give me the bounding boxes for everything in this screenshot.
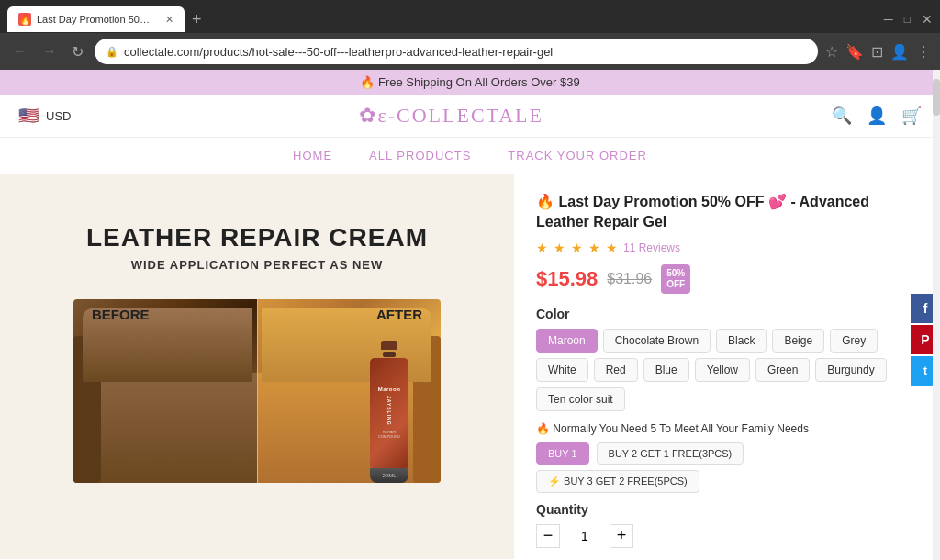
- nav-home[interactable]: HOME: [293, 149, 332, 162]
- bundle-buy1[interactable]: BUY 1: [536, 442, 589, 465]
- color-black[interactable]: Black: [716, 329, 767, 353]
- bundle-options-row1: BUY 1 BUY 2 GET 1 FREE(3PCS): [536, 442, 918, 465]
- quantity-value: 1: [571, 529, 599, 543]
- sofa-image: Maroon JAYSLING REPAIR COMPOUND 20ML: [73, 299, 441, 483]
- logo-text: ✿ε-COLLECTALE: [359, 104, 543, 127]
- price-row: $15.98 $31.96 50% OFF: [536, 264, 918, 294]
- toolbar-icons: ☆ 🔖 ⊡ 👤 ⋮: [825, 43, 931, 61]
- browser-chrome: 🔥 Last Day Promotion 50% Off! ✕ + ─ □ ✕ …: [0, 0, 940, 70]
- product-detail-section: 🔥 Last Day Promotion 50% OFF 💕 - Advance…: [514, 174, 940, 559]
- browser-toolbar: ← → ↻ 🔒 collectale.com/products/hot-sale…: [0, 33, 940, 70]
- color-chocolate-brown[interactable]: Chocolate Brown: [603, 329, 711, 353]
- product-image-title: LEATHER REPAIR CREAM: [73, 223, 441, 252]
- site-nav: HOME ALL PRODUCTS TRACK YOUR ORDER: [0, 138, 940, 174]
- promo-banner: 🔥 Free Shipping On All Orders Over $39: [0, 70, 940, 95]
- tube-brand-text: Maroon: [378, 386, 401, 392]
- star-4: ★: [588, 241, 600, 255]
- star-1: ★: [536, 241, 548, 255]
- before-after-container: BEFORE AFTER: [73, 299, 441, 510]
- color-green[interactable]: Green: [755, 358, 810, 382]
- rating-row: ★ ★ ★ ★ ★ 11 Reviews: [536, 241, 918, 255]
- color-yellow[interactable]: Yellow: [695, 358, 750, 382]
- forward-button[interactable]: →: [39, 39, 61, 63]
- currency-label: USD: [46, 109, 71, 123]
- bundle-options-row2: ⚡ BUY 3 GET 2 FREE(5PCS): [536, 470, 918, 493]
- window-maximize[interactable]: □: [904, 13, 911, 26]
- color-maroon[interactable]: Maroon: [536, 329, 598, 353]
- star-icon[interactable]: ☆: [825, 43, 838, 61]
- window-close[interactable]: ✕: [922, 12, 933, 27]
- bundle-promo-text: 🔥 Normally You Need 5 To Meet All Your F…: [536, 422, 918, 435]
- tab-favicon: 🔥: [18, 13, 31, 26]
- star-5: ★: [606, 241, 618, 255]
- divider: [257, 299, 258, 483]
- menu-icon[interactable]: ⋮: [916, 43, 931, 61]
- cart-icon[interactable]: 🛒: [901, 106, 922, 126]
- extension-icon[interactable]: ⊡: [871, 43, 883, 61]
- currency-selector[interactable]: 🇺🇸 USD: [18, 106, 71, 126]
- discount-off: OFF: [666, 279, 685, 290]
- main-content: LEATHER REPAIR CREAM WIDE APPLICATION PE…: [0, 174, 940, 559]
- product-title: 🔥 Last Day Promotion 50% OFF 💕 - Advance…: [536, 192, 918, 233]
- site-logo[interactable]: ✿ε-COLLECTALE: [359, 104, 543, 128]
- color-red[interactable]: Red: [594, 358, 638, 382]
- facebook-icon: f: [923, 301, 928, 316]
- lock-icon: 🔒: [106, 46, 118, 58]
- new-tab-button[interactable]: +: [185, 10, 209, 29]
- product-image-section: LEATHER REPAIR CREAM WIDE APPLICATION PE…: [0, 174, 514, 559]
- color-burgundy[interactable]: Burgundy: [815, 358, 886, 382]
- window-minimize[interactable]: ─: [884, 12, 893, 27]
- discount-text: 50%: [666, 268, 685, 279]
- nav-all-products[interactable]: ALL PRODUCTS: [369, 149, 471, 162]
- bundle-buy2-get1[interactable]: BUY 2 GET 1 FREE(3PCS): [597, 442, 744, 465]
- header-icons: 🔍 👤 🛒: [832, 106, 922, 126]
- product-image-subtitle: WIDE APPLICATION PERFECT AS NEW: [73, 258, 441, 272]
- bundle-fire-icon: 🔥: [536, 422, 550, 435]
- color-ten-color[interactable]: Ten color suit: [536, 387, 625, 411]
- search-icon[interactable]: 🔍: [832, 106, 852, 126]
- before-label: BEFORE: [92, 307, 150, 322]
- fire-icon: 🔥: [536, 194, 554, 209]
- color-white[interactable]: White: [536, 358, 588, 382]
- review-count[interactable]: 11 Reviews: [623, 241, 680, 254]
- back-button[interactable]: ←: [9, 39, 31, 63]
- address-bar[interactable]: 🔒 collectale.com/products/hot-sale---50-…: [95, 39, 818, 64]
- color-blue[interactable]: Blue: [643, 358, 689, 382]
- color-options: Maroon Chocolate Brown Black Beige Grey …: [536, 329, 918, 411]
- color-beige[interactable]: Beige: [772, 329, 824, 353]
- price-current: $15.98: [536, 267, 598, 291]
- star-3: ★: [571, 241, 583, 255]
- twitter-icon: t: [923, 364, 927, 377]
- quantity-decrease-button[interactable]: −: [536, 524, 560, 548]
- bookmark-icon[interactable]: 🔖: [845, 43, 864, 61]
- browser-tab[interactable]: 🔥 Last Day Promotion 50% Off! ✕: [7, 6, 185, 32]
- tab-bar: 🔥 Last Day Promotion 50% Off! ✕ + ─ □ ✕: [0, 0, 940, 33]
- quantity-row: − 1 +: [536, 524, 918, 548]
- site-header: 🇺🇸 USD ✿ε-COLLECTALE 🔍 👤 🛒: [0, 95, 940, 138]
- product-tube: Maroon JAYSLING REPAIR COMPOUND 20ML: [370, 341, 408, 483]
- refresh-button[interactable]: ↻: [68, 39, 87, 64]
- sofa-restored-side: [257, 299, 441, 483]
- star-2: ★: [554, 241, 565, 255]
- bundle-section: 🔥 Normally You Need 5 To Meet All Your F…: [536, 422, 918, 493]
- title-text: Last Day Promotion 50% OFF 💕 - Advanced …: [536, 194, 869, 230]
- nav-track-order[interactable]: TRACK YOUR ORDER: [508, 149, 647, 162]
- bundle-buy3-get2[interactable]: ⚡ BUY 3 GET 2 FREE(5PCS): [536, 470, 699, 493]
- after-label: AFTER: [376, 307, 422, 322]
- product-image-inner: LEATHER REPAIR CREAM WIDE APPLICATION PE…: [73, 223, 441, 510]
- quantity-label: Quantity: [536, 502, 918, 517]
- bundle-promo-label: Normally You Need 5 To Meet All Your Fam…: [553, 422, 809, 435]
- tube-subtitle: REPAIR COMPOUND: [374, 430, 405, 439]
- url-text: collectale.com/products/hot-sale---50-of…: [124, 45, 807, 59]
- profile-icon[interactable]: 👤: [890, 43, 909, 61]
- flag-icon: 🇺🇸: [18, 106, 39, 126]
- color-grey[interactable]: Grey: [830, 329, 878, 353]
- discount-badge: 50% OFF: [661, 264, 690, 294]
- promo-text: 🔥 Free Shipping On All Orders Over $39: [360, 75, 579, 89]
- page-content: 🔥 Free Shipping On All Orders Over $39 🇺…: [0, 70, 940, 560]
- account-icon[interactable]: 👤: [867, 106, 887, 126]
- tab-close-button[interactable]: ✕: [165, 14, 173, 26]
- tab-title: Last Day Promotion 50% Off!: [37, 14, 156, 25]
- quantity-increase-button[interactable]: +: [610, 524, 633, 548]
- pinterest-icon: P: [921, 332, 929, 347]
